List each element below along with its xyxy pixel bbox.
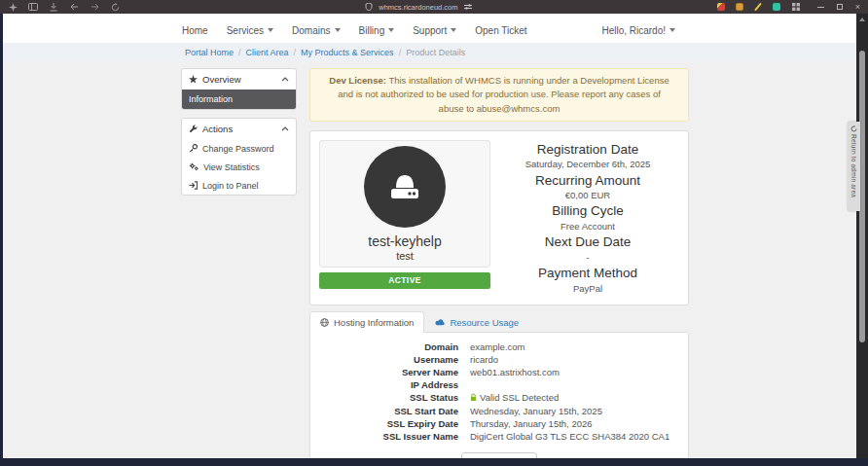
actions-panel: Actions Change Password View Statistics … xyxy=(181,118,297,196)
chevron-down-icon xyxy=(451,28,456,32)
detail-value: €0,00 EUR xyxy=(496,189,679,201)
window-bottom-frame xyxy=(0,458,868,466)
table-row: SSL Expiry DateThursday, January 15th, 2… xyxy=(310,417,688,430)
chevron-down-icon xyxy=(388,28,394,32)
alert-body: This installation of WHMCS is running un… xyxy=(338,75,669,114)
breadcrumb-portal-home[interactable]: Portal Home xyxy=(185,48,234,57)
lock-icon xyxy=(470,393,477,402)
table-row: Server Nameweb01.astrixhost.com xyxy=(310,366,688,378)
reload-icon[interactable] xyxy=(110,2,120,12)
product-details: Registration Date Saturday, December 6th… xyxy=(496,140,679,296)
sidebar-toggle-icon[interactable] xyxy=(28,2,38,12)
server-drive-icon xyxy=(385,172,424,201)
ssl-status-text: Valid SSL Detected xyxy=(480,392,559,403)
row-label: SSL Status xyxy=(310,391,458,405)
row-value: example.com xyxy=(458,341,688,353)
actions-panel-header[interactable]: Actions xyxy=(182,119,296,139)
product-domain: test xyxy=(396,250,414,262)
chevron-up-icon[interactable] xyxy=(281,126,289,131)
row-label: IP Address xyxy=(310,378,458,391)
table-row: Domainexample.com xyxy=(310,341,688,353)
chevron-down-icon xyxy=(335,28,341,32)
scrollbar-up-arrow[interactable] xyxy=(859,18,865,21)
tab-hosting-information[interactable]: Hosting Information xyxy=(309,311,424,333)
nav-label: Home xyxy=(182,25,208,36)
nav-item-services[interactable]: Services xyxy=(227,25,273,36)
user-account-menu[interactable]: Hello, Ricardo! xyxy=(601,25,675,36)
primary-navbar: Home Services Domains Billing Support Op… xyxy=(3,14,868,43)
hosting-info-table: Domainexample.com Usernamericardo Server… xyxy=(310,341,688,443)
breadcrumb-separator: / xyxy=(238,48,241,57)
extension-icon-3[interactable] xyxy=(754,3,762,11)
grid-menu-icon[interactable] xyxy=(791,2,801,12)
nav-item-billing[interactable]: Billing xyxy=(359,25,395,36)
nav-label: Open Ticket xyxy=(475,25,526,36)
downloads-icon[interactable] xyxy=(49,2,58,12)
alert-label: Dev License: xyxy=(329,75,386,86)
sidebar-item-view-statistics[interactable]: View Statistics xyxy=(182,158,296,176)
chevron-down-icon xyxy=(669,28,675,32)
content-container: Overview Information Actions Change Pass… xyxy=(181,68,689,466)
tune-icon[interactable] xyxy=(463,2,473,12)
extension-icon-1[interactable] xyxy=(717,3,725,11)
wrench-icon xyxy=(189,125,198,133)
breadcrumb-my-products[interactable]: My Products & Services xyxy=(301,48,394,57)
back-icon[interactable] xyxy=(69,2,79,12)
overview-panel: Overview Information xyxy=(181,68,297,110)
detail-heading: Recurring Amount xyxy=(496,172,679,190)
key-icon xyxy=(189,144,198,153)
row-label: SSL Issuer Name xyxy=(310,430,458,443)
detail-value: - xyxy=(496,251,679,264)
nav-item-domains[interactable]: Domains xyxy=(292,25,340,36)
cloud-icon xyxy=(435,318,445,326)
sidebar-item-information[interactable]: Information xyxy=(182,90,296,109)
chevron-down-icon xyxy=(268,28,273,32)
browser-toolbar-right: × xyxy=(717,2,860,12)
return-to-admin-label: Return to admin area xyxy=(850,134,857,197)
forward-icon[interactable] xyxy=(90,2,99,12)
product-summary: test-keyhelp test ACTIVE xyxy=(319,140,490,296)
row-label: SSL Expiry Date xyxy=(310,417,458,430)
breadcrumb-separator: / xyxy=(399,48,402,57)
sidebar-item-login-to-panel[interactable]: Login to Panel xyxy=(182,176,296,195)
globe-icon xyxy=(320,318,329,327)
browser-titlebar: whmcs.ricardoneud.com × xyxy=(0,0,868,14)
row-value xyxy=(458,378,688,391)
detail-heading: Registration Date xyxy=(496,141,679,159)
product-icon-circle xyxy=(364,146,446,228)
nav-item-home[interactable]: Home xyxy=(182,25,208,36)
detail-heading: Next Due Date xyxy=(496,233,679,251)
breadcrumb-current: Product Details xyxy=(406,48,465,57)
table-row: SSL Start DateWednesday, January 15th, 2… xyxy=(310,405,688,417)
dev-license-alert: Dev License: This installation of WHMCS … xyxy=(309,68,689,122)
url-text[interactable]: whmcs.ricardoneud.com xyxy=(379,3,457,12)
nav-label: Support xyxy=(413,25,447,36)
extension-icon-2[interactable] xyxy=(736,3,743,11)
user-greeting: Hello, Ricardo! xyxy=(601,25,666,36)
nav-item-support[interactable]: Support xyxy=(413,25,456,36)
nav-item-open-ticket[interactable]: Open Ticket xyxy=(475,25,526,36)
overview-panel-header[interactable]: Overview xyxy=(182,69,296,90)
sidebar-item-change-password[interactable]: Change Password xyxy=(182,139,296,158)
address-bar[interactable]: whmcs.ricardoneud.com xyxy=(364,2,472,12)
nav-menu: Home Services Domains Billing Support Op… xyxy=(182,25,527,36)
return-to-admin-tab[interactable]: Return to admin area xyxy=(848,122,860,211)
detail-heading: Billing Cycle xyxy=(496,202,679,220)
star-icon xyxy=(189,75,198,84)
action-label: View Statistics xyxy=(203,162,260,172)
gears-icon xyxy=(189,162,199,171)
close-button[interactable]: × xyxy=(855,3,860,12)
extension-icon-4[interactable] xyxy=(773,3,780,11)
browser-logo-icon[interactable] xyxy=(8,2,18,12)
site-security-icon[interactable] xyxy=(364,2,374,12)
chevron-up-icon[interactable] xyxy=(281,77,289,82)
breadcrumb-client-area[interactable]: Client Area xyxy=(246,48,289,57)
minimize-button[interactable] xyxy=(817,7,824,8)
detail-value: Free Account xyxy=(496,220,679,233)
restore-button[interactable] xyxy=(837,4,843,10)
row-value: Valid SSL Detected xyxy=(458,391,688,405)
scrollbar-track[interactable] xyxy=(856,14,868,466)
product-name: test-keyhelp xyxy=(368,233,441,250)
row-value: ricardo xyxy=(458,353,688,366)
tab-resource-usage[interactable]: Resource Usage xyxy=(424,311,529,333)
